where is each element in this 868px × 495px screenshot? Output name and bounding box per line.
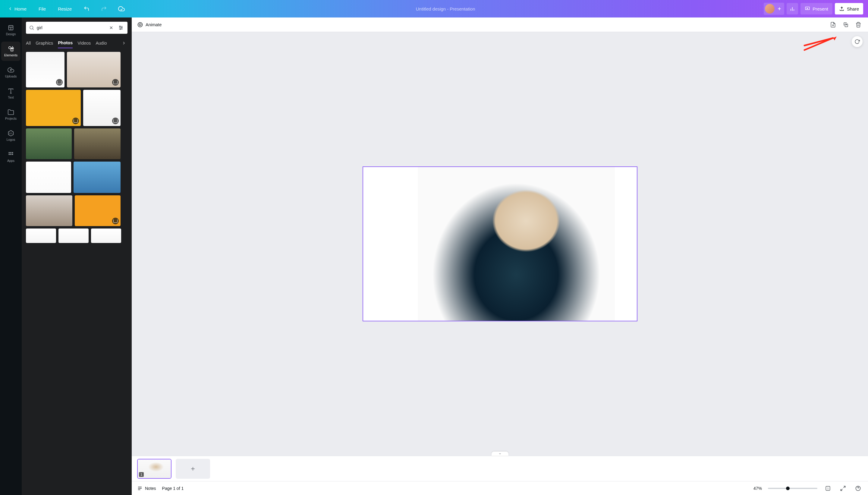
tabs-scroll-right[interactable] bbox=[120, 39, 127, 47]
rail-uploads[interactable]: Uploads bbox=[0, 63, 22, 82]
undo-icon bbox=[84, 6, 89, 12]
search-input[interactable] bbox=[37, 25, 105, 30]
page-strip: 1 bbox=[132, 456, 868, 481]
svg-line-47 bbox=[844, 486, 845, 488]
rail-logos[interactable]: CO. Logos bbox=[0, 126, 22, 145]
result-tabs: All Graphics Photos Videos Audio bbox=[22, 38, 132, 48]
rail-design[interactable]: Design bbox=[0, 20, 22, 40]
svg-point-33 bbox=[120, 29, 121, 30]
grid-view-button[interactable]: 1 bbox=[823, 484, 832, 493]
page-number-badge: 1 bbox=[139, 472, 144, 477]
photo-result[interactable] bbox=[58, 228, 89, 243]
photo-result[interactable] bbox=[91, 228, 121, 243]
canvas-viewport[interactable] bbox=[132, 32, 868, 456]
present-icon bbox=[805, 6, 810, 12]
undo-button[interactable] bbox=[81, 3, 92, 15]
zoom-slider[interactable] bbox=[768, 488, 817, 489]
photo-result[interactable] bbox=[74, 129, 121, 159]
zoom-label: 47% bbox=[753, 486, 762, 491]
photo-result[interactable] bbox=[26, 228, 56, 243]
import-page-button[interactable] bbox=[829, 20, 837, 29]
search-box bbox=[26, 22, 127, 34]
photo-result[interactable] bbox=[26, 129, 72, 159]
rail-elements-label: Elements bbox=[4, 53, 17, 57]
zoom-slider-knob[interactable] bbox=[786, 487, 789, 490]
notes-icon bbox=[137, 486, 142, 491]
editor-footer: Notes Page 1 of 1 47% 1 bbox=[132, 481, 868, 495]
chevron-down-icon bbox=[498, 452, 502, 455]
clear-search-button[interactable] bbox=[108, 24, 115, 31]
resize-menu-button[interactable]: Resize bbox=[55, 4, 75, 13]
present-label: Present bbox=[813, 6, 828, 12]
add-member-button[interactable] bbox=[776, 5, 783, 12]
rail-design-label: Design bbox=[6, 32, 16, 36]
portrait-image[interactable] bbox=[418, 167, 615, 321]
page-thumbnail[interactable]: 1 bbox=[137, 459, 172, 479]
suggest-fab[interactable] bbox=[852, 36, 863, 47]
svg-rect-21 bbox=[9, 154, 10, 155]
grid-icon bbox=[7, 151, 14, 158]
search-filters-button[interactable] bbox=[117, 24, 124, 31]
slide[interactable] bbox=[363, 166, 638, 321]
svg-marker-13 bbox=[12, 47, 14, 49]
plus-icon bbox=[190, 466, 196, 472]
home-button[interactable]: Home bbox=[5, 4, 30, 13]
photo-result[interactable] bbox=[75, 195, 121, 226]
cloud-status-button[interactable] bbox=[116, 3, 127, 15]
photo-result[interactable] bbox=[26, 195, 72, 226]
rail-uploads-label: Uploads bbox=[5, 74, 17, 78]
delete-page-button[interactable] bbox=[854, 20, 863, 29]
trash-icon bbox=[855, 22, 861, 28]
upload-icon bbox=[839, 6, 845, 12]
app-header: Home File Resize Untitled design - Prese… bbox=[0, 0, 868, 17]
tab-photos[interactable]: Photos bbox=[58, 38, 73, 48]
share-button[interactable]: Share bbox=[835, 3, 863, 15]
collapse-strip-handle[interactable] bbox=[491, 451, 508, 456]
animate-label: Animate bbox=[145, 22, 161, 27]
animate-button[interactable]: Animate bbox=[137, 22, 161, 28]
tab-graphics[interactable]: Graphics bbox=[36, 38, 53, 48]
rail-elements[interactable]: Elements bbox=[1, 41, 20, 61]
tab-audio[interactable]: Audio bbox=[96, 38, 107, 48]
user-avatar[interactable] bbox=[765, 4, 775, 14]
tab-all[interactable]: All bbox=[26, 38, 31, 48]
document-title[interactable]: Untitled design - Presentation bbox=[127, 6, 764, 12]
results-scroll[interactable] bbox=[22, 48, 132, 495]
svg-rect-19 bbox=[10, 152, 12, 153]
chevron-right-icon bbox=[121, 41, 126, 46]
duplicate-page-button[interactable] bbox=[841, 20, 850, 29]
page-counter: Page 1 of 1 bbox=[162, 486, 184, 491]
rail-text[interactable]: Text bbox=[0, 84, 22, 103]
svg-rect-23 bbox=[12, 154, 13, 155]
fullscreen-button[interactable] bbox=[838, 484, 848, 493]
photo-result[interactable] bbox=[26, 161, 71, 193]
notes-label: Notes bbox=[145, 486, 156, 491]
photo-result[interactable] bbox=[26, 90, 81, 126]
photo-result[interactable] bbox=[83, 90, 121, 126]
photo-result[interactable] bbox=[73, 161, 121, 193]
svg-point-34 bbox=[138, 22, 142, 27]
svg-rect-22 bbox=[10, 154, 12, 155]
add-page-button[interactable] bbox=[176, 459, 210, 479]
photo-result[interactable] bbox=[67, 52, 121, 87]
file-menu-button[interactable]: File bbox=[36, 4, 49, 13]
insights-button[interactable] bbox=[787, 3, 798, 15]
rail-apps[interactable]: Apps bbox=[0, 147, 22, 166]
redo-button[interactable] bbox=[98, 3, 110, 15]
resize-label: Resize bbox=[58, 6, 72, 12]
svg-point-24 bbox=[30, 26, 33, 29]
notes-button[interactable]: Notes bbox=[137, 486, 156, 491]
elements-panel: All Graphics Photos Videos Audio bbox=[22, 17, 132, 495]
chart-icon bbox=[789, 6, 795, 12]
svg-marker-6 bbox=[807, 8, 808, 9]
svg-line-25 bbox=[33, 29, 33, 30]
cloud-upload-icon bbox=[7, 67, 14, 73]
present-button[interactable]: Present bbox=[800, 3, 832, 15]
help-button[interactable] bbox=[853, 484, 863, 493]
share-label: Share bbox=[847, 6, 859, 12]
rail-projects[interactable]: Projects bbox=[0, 105, 22, 124]
shapes-icon bbox=[7, 46, 14, 52]
photo-result[interactable] bbox=[26, 52, 65, 87]
hexagon-icon: CO. bbox=[7, 130, 14, 137]
tab-videos[interactable]: Videos bbox=[77, 38, 91, 48]
